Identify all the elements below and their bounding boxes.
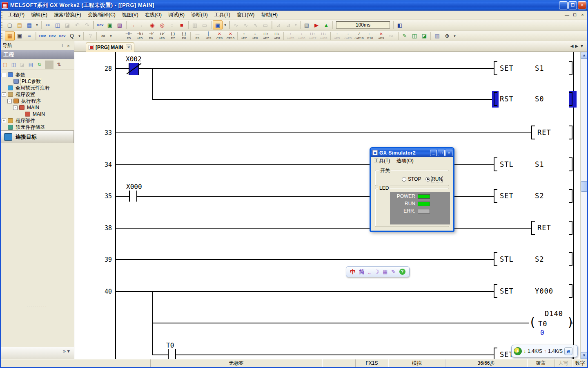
monitor-watch-button[interactable]: ◎ xyxy=(157,20,167,29)
instruction-stl-s1[interactable]: STL xyxy=(500,160,514,168)
instruction-search-button[interactable]: ▣ xyxy=(105,20,115,29)
tree-expander[interactable] xyxy=(2,125,6,130)
coil-set-y000-device[interactable]: Y000 xyxy=(535,287,553,295)
tree-item[interactable]: - 程序设置 xyxy=(0,91,74,98)
restore-button[interactable]: ⊡ xyxy=(568,1,577,9)
toolbar-button[interactable] xyxy=(272,21,272,29)
simulation-start-button[interactable]: ▶ xyxy=(312,20,321,29)
contact-t0[interactable] xyxy=(168,349,169,359)
menu-item[interactable]: 变换/编译(C) xyxy=(85,11,119,19)
watch-window-button[interactable]: ▭ xyxy=(261,20,270,29)
output-window-button[interactable]: ≡ xyxy=(24,31,34,40)
mdi-close-button[interactable]: × xyxy=(579,12,586,18)
zoom-button[interactable]: ⊕ xyxy=(442,31,452,40)
toolbar-button[interactable] xyxy=(93,21,94,29)
write-to-plc-button[interactable]: → xyxy=(128,20,138,29)
tree-expander[interactable]: - xyxy=(13,105,18,110)
browser-icon[interactable]: e xyxy=(564,347,572,355)
tree-item[interactable]: - 执行程序 xyxy=(0,98,74,104)
write-mode-button[interactable]: ◪ xyxy=(419,31,429,40)
ime-softkeyboard-icon[interactable]: ▦ xyxy=(383,269,388,275)
device-list-button[interactable]: Dev xyxy=(47,31,57,40)
cross-reference-button[interactable]: ∞ xyxy=(98,31,108,40)
instruction-stl-s2-device[interactable]: S2 xyxy=(535,255,544,263)
tab-scroll-right-icon[interactable]: ▶ xyxy=(575,44,580,48)
contact-x000[interactable] xyxy=(129,191,130,202)
simulator-menu-options[interactable]: 选项(O) xyxy=(393,157,416,164)
coil-button[interactable]: ( )F7 xyxy=(167,31,178,41)
minimize-button[interactable]: — xyxy=(559,1,568,9)
delete-line-button[interactable]: ✕aF9 xyxy=(376,31,387,41)
invert-operation-button[interactable]: ∕caF10 xyxy=(354,31,365,41)
copy-button[interactable]: ◫ xyxy=(53,20,62,29)
tree-item[interactable]: + 程序部件 xyxy=(0,117,74,124)
horizontal-line-button[interactable]: —F9 xyxy=(192,31,203,41)
open-button[interactable]: ▤ xyxy=(15,20,24,29)
menu-item[interactable]: 调试(B) xyxy=(165,11,188,19)
device-display-dropdown[interactable]: Dev xyxy=(57,31,67,40)
ladder-symbol-button[interactable] xyxy=(330,32,331,40)
close-button[interactable]: × xyxy=(578,1,586,9)
monitor-write-button[interactable]: ■ xyxy=(177,20,187,29)
tab-prg-main[interactable]: [PRG] MAIN × xyxy=(86,43,134,52)
nav-paste-button[interactable]: ◪ xyxy=(18,61,27,69)
tree-item[interactable]: MAIN xyxy=(0,111,74,117)
simulator-maximize-button[interactable]: □ xyxy=(438,150,445,156)
toolbar-button[interactable] xyxy=(126,21,127,29)
menu-item[interactable]: 视图(V) xyxy=(119,11,142,19)
inline-st-button[interactable]: ST xyxy=(387,31,396,40)
falling-pulse-negate-button[interactable]: ↓saF6 xyxy=(296,31,307,41)
delete-vertical-line-button[interactable]: ✕CF10 xyxy=(225,31,236,41)
parallel-open-contact-button[interactable]: ⊣⊔sF5 xyxy=(134,31,145,41)
coil-set-s1-device[interactable]: S1 xyxy=(535,64,544,72)
parallel-falling-negate-button[interactable]: ⊔↓saF8 xyxy=(318,31,329,41)
toolbar-button[interactable] xyxy=(41,21,42,29)
menu-item[interactable]: 帮助(H) xyxy=(258,11,281,19)
zoom-dropdown[interactable]: ▾ xyxy=(452,31,457,40)
tree-item[interactable]: 全局软元件注释 xyxy=(0,85,74,91)
ladder-symbol-button[interactable] xyxy=(190,32,191,40)
toolbar-button[interactable] xyxy=(96,32,97,40)
coil-rst-s0-device[interactable]: S0 xyxy=(535,95,544,103)
rising-pulse-negate-button[interactable]: ↑saF5 xyxy=(285,31,296,41)
toolbar-button[interactable] xyxy=(229,21,230,29)
toolbar-button[interactable] xyxy=(300,21,301,29)
remote-button[interactable]: ▭ xyxy=(200,20,209,29)
toolbar-button[interactable] xyxy=(36,32,36,40)
ladder-symbol-button[interactable] xyxy=(237,32,238,40)
menu-item[interactable]: 编辑(E) xyxy=(28,11,51,19)
cross-reference-dropdown[interactable]: ▾ xyxy=(108,31,114,40)
toolbar-button[interactable] xyxy=(83,32,84,40)
tree-expander[interactable]: - xyxy=(2,92,6,97)
tree-expander[interactable]: - xyxy=(7,99,12,103)
paste-button[interactable]: ◪ xyxy=(62,20,72,29)
device-watch-button[interactable]: Q xyxy=(67,31,77,40)
menu-item[interactable]: 搜索/替换(F) xyxy=(51,11,85,19)
tree-item[interactable]: - MAIN xyxy=(0,104,74,111)
coil-set-s2-device[interactable]: S2 xyxy=(535,192,544,200)
close-icon[interactable]: × xyxy=(65,43,71,48)
parallel-closed-contact-button[interactable]: ⊔∕sF6 xyxy=(156,31,167,41)
sidebar-connection-button[interactable]: 连接目标 xyxy=(0,130,74,143)
panel-splitter[interactable]: ·········· xyxy=(0,305,74,309)
ime-fullwidth-icon[interactable]: ☽ xyxy=(374,269,379,275)
undo-button[interactable]: ↶ xyxy=(72,20,82,29)
toolbar-button[interactable] xyxy=(430,32,431,40)
vertical-scrollbar[interactable]: ▲ ▼ xyxy=(580,52,587,359)
network-speed-widget[interactable]: + ↓ 1.4K/S ↑ 1.4K/S e xyxy=(511,345,578,357)
cut-button[interactable]: ✂ xyxy=(43,20,53,29)
sidebar-more-button[interactable]: » ▾ xyxy=(0,347,74,360)
rising-pulse-button[interactable]: ↑sF7 xyxy=(238,31,249,41)
tab-scroll-left-icon[interactable]: ◀ xyxy=(570,44,575,48)
device-watch-dropdown[interactable]: ▾ xyxy=(77,31,82,40)
monitor-start-button[interactable]: ◉ xyxy=(147,20,157,29)
trend1-button[interactable]: ⊿ xyxy=(274,20,283,29)
parallel-falling-pulse-button[interactable]: ⊔↓aF8 xyxy=(272,31,283,41)
watch3-button[interactable]: ∿ xyxy=(251,20,261,29)
menu-item[interactable]: 诊断(D) xyxy=(188,11,211,19)
help-button[interactable]: ? xyxy=(85,31,95,40)
simulator-minimize-button[interactable]: _ xyxy=(430,150,437,156)
tree-expander[interactable]: + xyxy=(2,119,6,123)
new-button[interactable]: ▢ xyxy=(5,20,15,29)
trend2-button[interactable]: ⊿ xyxy=(283,20,293,29)
